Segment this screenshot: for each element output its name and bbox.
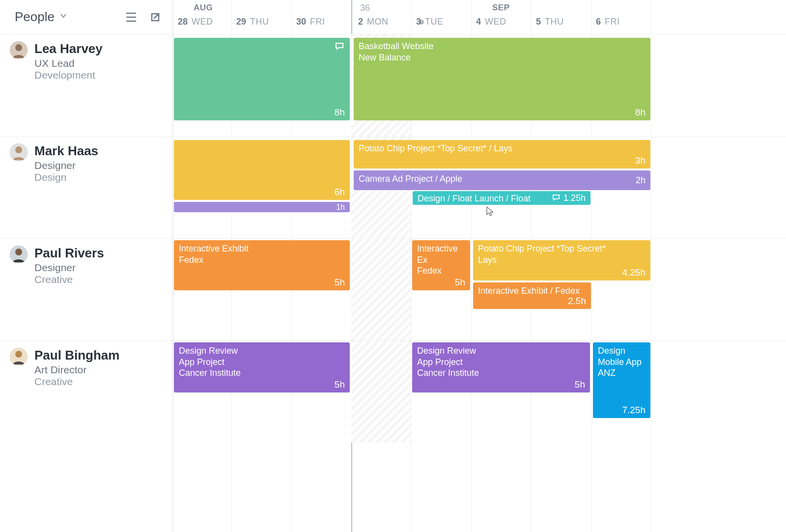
comment-icon — [552, 194, 560, 202]
task-block[interactable]: Potato Chip Project *Top Secret* / Lays … — [354, 140, 650, 168]
task-subtitle: New Balance — [359, 52, 646, 63]
task-block[interactable]: 6h — [174, 140, 350, 200]
task-block[interactable]: Camera Ad Project / Apple 2h — [354, 170, 650, 190]
task-title: Basketball Website — [359, 41, 646, 52]
person-dept: Creative — [34, 274, 104, 285]
task-subtitle: Fedex — [417, 265, 465, 277]
avatar — [10, 41, 28, 59]
svg-point-3 — [15, 146, 22, 153]
task-block[interactable]: Design / Float Launch / Float 1.25h — [413, 191, 590, 205]
task-title: Design Review — [179, 345, 345, 357]
person-name: Paul Rivers — [34, 246, 104, 261]
task-hours: 2.5h — [568, 295, 586, 307]
day-header: 2 MON — [358, 17, 424, 27]
task-block[interactable]: 8h — [174, 38, 350, 120]
task-title: Camera Ad Project / Apple — [359, 173, 646, 185]
task-block[interactable]: Design Review App Project Cancer Institu… — [412, 342, 590, 392]
comment-icon — [335, 42, 344, 53]
avatar — [10, 348, 28, 365]
person-dept: Design — [34, 171, 98, 183]
person-row[interactable]: Paul Rivers Designer Creative — [0, 238, 172, 340]
day-header: 6 FRI — [596, 17, 620, 27]
day-header: 29 THU — [236, 17, 269, 27]
task-title: Potato Chip Project *Top Secret* / Lays — [359, 143, 646, 154]
task-hours: 5h — [455, 277, 465, 288]
people-selector[interactable]: People — [15, 9, 67, 25]
task-title: Interactive Exhibit — [179, 243, 345, 254]
task-block[interactable]: Basketball Website New Balance 8h — [354, 38, 650, 120]
task-hours: 6h — [335, 186, 345, 198]
person-role: Art Director — [34, 364, 119, 376]
person-dept: Development — [34, 69, 103, 81]
day-header: 28 WED — [178, 17, 213, 27]
day-header: 5 THU — [536, 17, 564, 27]
task-title: Interactive Ex — [417, 243, 465, 265]
person-row[interactable]: Lea Harvey UX Lead Development — [0, 34, 172, 136]
task-block[interactable]: Design Mobile App ANZ 7.25h — [593, 342, 650, 418]
task-title: Design Review — [417, 345, 585, 357]
task-block[interactable]: Interactive Exhibit / Fedex 2.5h — [473, 282, 591, 309]
person-row[interactable]: Paul Bingham Art Director Creative — [0, 340, 172, 443]
task-hours: 8h — [635, 107, 646, 118]
day-header: 30 FRI — [296, 17, 325, 27]
task-hours: 1h — [336, 203, 345, 211]
task-hours: 8h — [335, 107, 345, 118]
task-block[interactable]: Potato Chip Project *Top Secret* Lays 4.… — [473, 240, 650, 280]
avatar — [10, 143, 28, 161]
people-selector-label: People — [15, 9, 55, 25]
weekend-hatch — [351, 239, 411, 340]
person-role: Designer — [34, 262, 104, 274]
task-subtitle: Cancer Institute — [179, 367, 345, 379]
task-block[interactable]: Interactive Exhibit Fedex 5h — [174, 240, 350, 290]
person-name: Lea Harvey — [34, 41, 103, 56]
person-dept: Creative — [34, 376, 119, 388]
avatar — [10, 246, 28, 263]
task-title: Potato Chip Project *Top Secret* — [478, 243, 646, 254]
export-icon[interactable] — [150, 12, 161, 23]
task-subtitle: Lays — [478, 254, 646, 266]
task-title: Design — [598, 345, 646, 357]
task-hours: 2h — [636, 175, 646, 186]
task-hours: 3h — [635, 155, 646, 167]
person-role: Designer — [34, 160, 98, 171]
svg-point-5 — [15, 249, 22, 255]
task-subtitle: ANZ — [598, 367, 646, 379]
task-subtitle: Mobile App — [598, 357, 646, 368]
task-block[interactable]: 1h — [174, 202, 350, 212]
task-subtitle: App Project — [417, 357, 585, 368]
task-block[interactable]: Design Review App Project Cancer Institu… — [174, 342, 350, 392]
task-subtitle: Fedex — [179, 254, 345, 266]
task-subtitle: App Project — [179, 357, 345, 368]
person-name: Paul Bingham — [34, 348, 119, 363]
person-row[interactable]: Mark Haas Designer Design — [0, 136, 172, 238]
day-header: 3 TUE — [416, 17, 444, 27]
task-title: Design / Float Launch / Float — [418, 194, 586, 203]
task-hours: 4.25h — [622, 267, 646, 279]
week-number: 36 — [360, 3, 370, 13]
svg-point-1 — [15, 44, 22, 51]
task-hours: 7.25h — [622, 404, 646, 416]
cursor-icon — [486, 206, 494, 218]
task-hours: 5h — [575, 379, 585, 391]
person-role: UX Lead — [34, 57, 103, 69]
weekend-hatch — [351, 341, 411, 443]
task-subtitle: Cancer Institute — [417, 367, 585, 379]
task-hours: 1.25h — [563, 194, 586, 202]
day-header: 4 WED — [476, 17, 506, 27]
task-block[interactable]: Interactive Ex Fedex 5h — [412, 240, 470, 290]
task-title: Interactive Exhibit / Fedex — [478, 285, 586, 297]
task-hours: 5h — [335, 379, 345, 391]
month-label: SEP — [492, 3, 510, 13]
month-label: AUG — [194, 3, 213, 13]
svg-point-7 — [15, 351, 22, 358]
list-view-icon[interactable] — [125, 12, 137, 23]
person-name: Mark Haas — [34, 143, 98, 159]
chevron-down-icon — [59, 12, 67, 22]
task-hours: 5h — [335, 277, 345, 288]
